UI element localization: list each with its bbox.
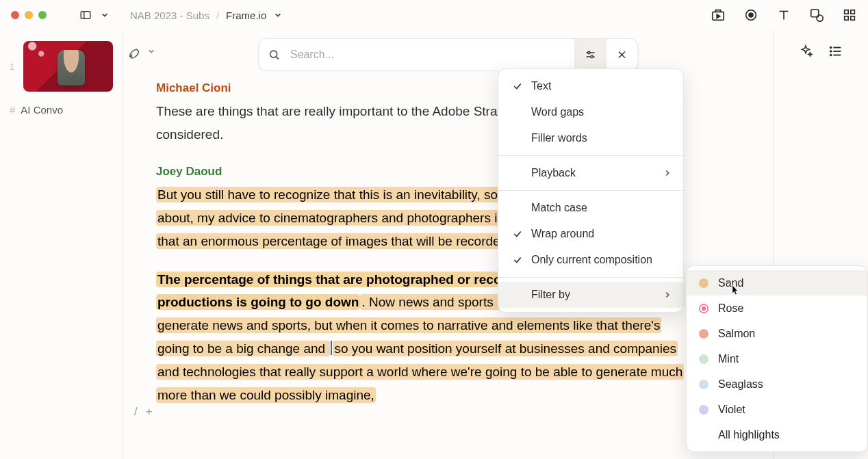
search-input[interactable] (289, 48, 574, 62)
menu-item-label: Word gaps (531, 106, 671, 118)
toolbar-right (711, 8, 857, 23)
pen-icon[interactable] (127, 44, 142, 59)
svg-point-14 (270, 51, 277, 57)
filter-color-all[interactable]: All highlights (687, 422, 867, 447)
menu-separator (498, 277, 683, 278)
menu-item-label: Seaglass (718, 378, 855, 391)
color-swatch-icon (699, 278, 709, 288)
menu-item-label: Filler words (531, 132, 671, 144)
breadcrumb-current[interactable]: Frame.io (226, 10, 266, 21)
filter-color-violet[interactable]: Violet (687, 397, 867, 422)
color-swatch-icon (699, 405, 709, 415)
filter-color-rose[interactable]: Rose (687, 296, 867, 321)
line-gutter: / + (134, 405, 153, 419)
color-swatch-icon (699, 380, 709, 389)
menu-item-label: Filter by (531, 289, 664, 301)
color-swatch-icon (699, 304, 709, 313)
zoom-window-button[interactable] (38, 11, 47, 19)
check-icon (511, 255, 524, 265)
svg-point-9 (817, 15, 823, 21)
menu-item-label: Salmon (718, 328, 855, 340)
clip-index: 1 (10, 62, 16, 72)
filter-color-salmon[interactable]: Salmon (687, 321, 867, 346)
menu-item-wrap-around[interactable]: Wrap around (498, 221, 683, 247)
gutter-slash[interactable]: / (134, 405, 138, 419)
svg-rect-0 (81, 12, 90, 19)
record-icon[interactable] (743, 8, 758, 23)
menu-item-label: Rose (718, 302, 855, 315)
menu-separator (498, 155, 683, 156)
filter-color-sand[interactable]: Sand (687, 270, 867, 296)
menu-item-match-case[interactable]: Match case (498, 195, 683, 221)
clip-thumbnail[interactable] (23, 41, 113, 92)
menu-item-label: Match case (531, 202, 671, 214)
check-icon (511, 229, 524, 239)
grid-icon[interactable] (842, 8, 857, 23)
text-tool-icon[interactable] (776, 8, 791, 23)
chevron-down-icon[interactable] (148, 48, 155, 55)
breadcrumb: NAB 2023 - Subs / Frame.io (130, 9, 281, 21)
menu-item-text[interactable]: Text (498, 73, 683, 99)
filter-by-submenu: Sand Rose Salmon Mint Seaglass Violet Al… (686, 265, 868, 452)
svg-rect-10 (845, 10, 849, 14)
search-actions (574, 39, 637, 70)
svg-rect-11 (851, 10, 855, 14)
menu-item-filter-by[interactable]: Filter by (498, 282, 683, 308)
chevron-down-icon[interactable] (101, 9, 108, 21)
menu-item-label: Sand (718, 277, 855, 289)
menu-item-word-gaps[interactable]: Word gaps (498, 99, 683, 125)
svg-point-27 (830, 55, 832, 56)
svg-marker-3 (717, 14, 720, 18)
breadcrumb-separator: / (216, 10, 219, 21)
shapes-icon[interactable] (809, 8, 824, 23)
sidebar: 1 # AI Convo (0, 30, 123, 459)
menu-item-label: Violet (718, 404, 855, 416)
search-close-button[interactable] (606, 39, 637, 70)
search-options-menu: Text Word gaps Filler words Playback Mat… (498, 68, 684, 313)
svg-point-25 (830, 47, 832, 49)
chevron-right-icon (664, 170, 671, 176)
sparkle-icon[interactable] (798, 44, 813, 59)
svg-point-5 (749, 13, 753, 17)
menu-separator (498, 190, 683, 191)
clip-label: AI Convo (21, 104, 63, 116)
svg-rect-13 (851, 16, 855, 21)
filter-color-mint[interactable]: Mint (687, 346, 867, 371)
hash-icon: # (10, 104, 15, 116)
minimize-window-button[interactable] (25, 11, 33, 19)
search-icon (267, 48, 281, 62)
menu-item-label: Playback (531, 167, 664, 179)
color-swatch-icon (699, 354, 709, 364)
breadcrumb-parent[interactable]: NAB 2023 - Subs (130, 10, 209, 21)
media-icon[interactable] (711, 8, 726, 23)
close-window-button[interactable] (11, 11, 19, 19)
clip-label-row[interactable]: # AI Convo (10, 104, 113, 116)
color-swatch-icon (699, 329, 709, 339)
svg-point-19 (591, 55, 593, 57)
menu-item-filler-words[interactable]: Filler words (498, 125, 683, 151)
searchbar (258, 38, 638, 71)
menu-item-only-current[interactable]: Only current composition (498, 247, 683, 273)
titlebar: NAB 2023 - Subs / Frame.io (0, 0, 868, 30)
svg-point-17 (588, 51, 590, 53)
menu-item-playback[interactable]: Playback (498, 160, 683, 186)
doc-tools (127, 44, 155, 59)
svg-rect-12 (845, 16, 849, 21)
window-controls (11, 11, 47, 19)
menu-item-label: Mint (718, 353, 855, 365)
svg-point-26 (830, 51, 832, 52)
search-filter-button[interactable] (574, 39, 606, 70)
chevron-down-icon[interactable] (275, 9, 281, 21)
clip-thumbnail-row[interactable]: 1 (10, 41, 113, 92)
gutter-plus[interactable]: + (146, 405, 153, 419)
chevron-right-icon (664, 291, 671, 298)
svg-line-15 (276, 57, 279, 60)
menu-item-label: Only current composition (531, 254, 671, 266)
filter-color-seaglass[interactable]: Seaglass (687, 371, 867, 397)
sidebar-toggle-icon[interactable] (79, 9, 92, 21)
menu-item-label: All highlights (718, 429, 855, 441)
menu-item-label: Text (531, 80, 671, 92)
outline-icon[interactable] (828, 44, 843, 59)
check-icon (511, 81, 524, 91)
menu-item-label: Wrap around (531, 228, 671, 240)
